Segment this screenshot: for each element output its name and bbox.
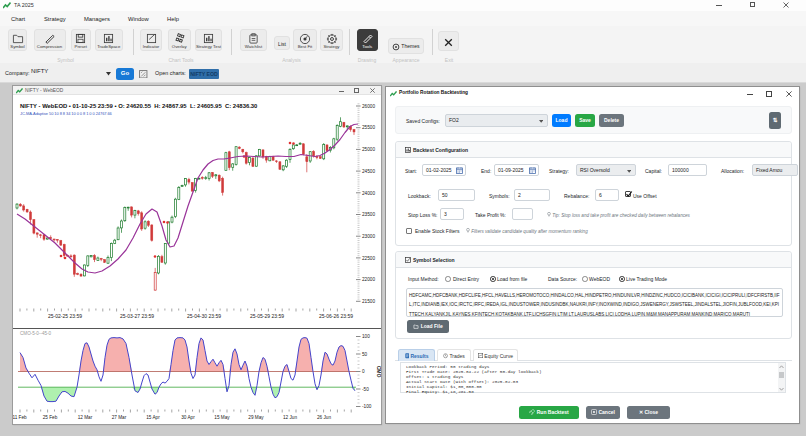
svg-text:30 Apr: 30 Apr [181, 415, 195, 420]
svg-text:29 May: 29 May [248, 415, 264, 420]
svg-text:22000: 22000 [362, 277, 375, 282]
svg-text:0: 0 [362, 369, 365, 374]
svg-text:15 Apr: 15 Apr [146, 415, 160, 420]
svg-text:12 Jun: 12 Jun [283, 415, 297, 420]
svg-text:CMO: CMO [376, 366, 381, 378]
svg-text:26000: 26000 [362, 104, 375, 109]
svg-text:25-05-29 23:59: 25-05-29 23:59 [250, 313, 284, 319]
svg-text:27 Mar: 27 Mar [112, 415, 127, 420]
svg-text:50: 50 [362, 352, 368, 357]
svg-text:23500: 23500 [362, 212, 375, 217]
svg-text:25-02-25 23:59: 25-02-25 23:59 [48, 313, 82, 319]
svg-text:JC-MA-Adaptive 50 10 8 8 34 10: JC-MA-Adaptive 50 10 8 8 34 10 0 0 8 1 0… [20, 111, 113, 116]
svg-text:26 Jun: 26 Jun [317, 415, 331, 420]
svg-text:23000: 23000 [362, 234, 375, 239]
svg-text:100: 100 [362, 334, 370, 339]
svg-text:15 May: 15 May [214, 415, 230, 420]
svg-text:25000: 25000 [362, 147, 375, 152]
svg-text:11 Feb: 11 Feb [13, 415, 27, 420]
svg-text:24000: 24000 [362, 191, 375, 196]
svg-text:25-06-26 23:59: 25-06-26 23:59 [319, 313, 353, 319]
svg-text:25500: 25500 [362, 125, 375, 130]
svg-text:25 Feb: 25 Feb [43, 415, 58, 420]
svg-text:22500: 22500 [362, 256, 375, 261]
svg-text:CMO-5-0--45-0: CMO-5-0--45-0 [20, 331, 52, 336]
svg-text:NIFTY - WebEOD • 01-10-25 23:5: NIFTY - WebEOD • 01-10-25 23:59 • O: 246… [20, 103, 258, 109]
svg-text:-50: -50 [362, 387, 369, 392]
svg-text:25-04-30 23:59: 25-04-30 23:59 [187, 313, 221, 319]
svg-text:12 Mar: 12 Mar [78, 415, 93, 420]
svg-text:21500: 21500 [362, 299, 375, 304]
svg-text:25-03-27 23:59: 25-03-27 23:59 [120, 313, 154, 319]
svg-text:24500: 24500 [362, 169, 375, 174]
svg-text:-100: -100 [362, 404, 372, 409]
